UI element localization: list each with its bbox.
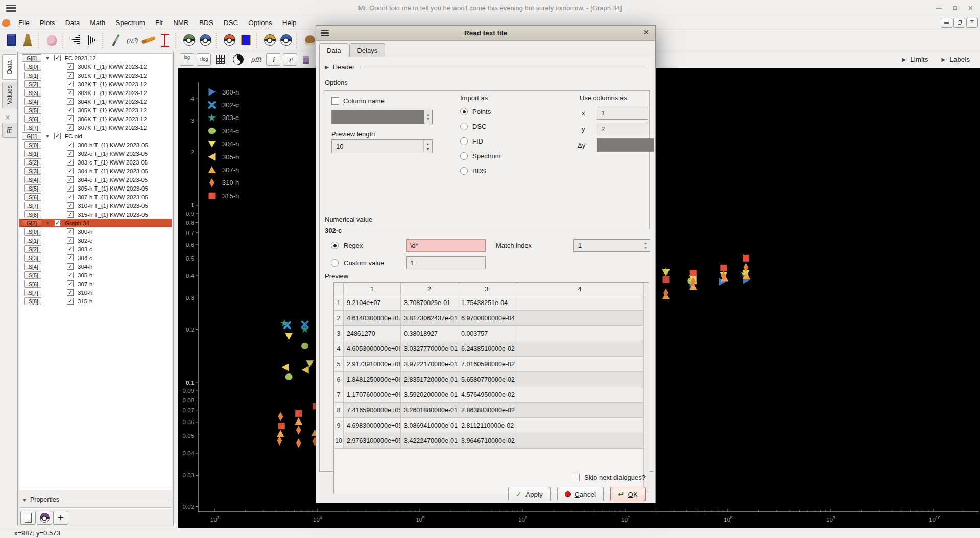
visibility-checkbox[interactable]: ✓ bbox=[67, 211, 74, 218]
tree-index-button[interactable]: .S[1] bbox=[24, 237, 41, 244]
menu-options[interactable]: Options bbox=[243, 18, 277, 28]
tree-row[interactable]: .S[4]✓304-h bbox=[19, 262, 172, 271]
flute-icon[interactable] bbox=[140, 32, 157, 49]
tree-index-button[interactable]: .S[6] bbox=[24, 193, 41, 201]
prev-triangle-icon[interactable] bbox=[67, 32, 84, 49]
tree-row[interactable]: .S[2]✓303-c T_{1} KWW 2023-05 bbox=[19, 158, 172, 167]
menu-spectrum[interactable]: Spectrum bbox=[110, 18, 150, 28]
yin-yang-icon[interactable] bbox=[231, 53, 245, 66]
tree-row[interactable]: .S[2]✓302K T_{1} KWW 2023-12 bbox=[19, 80, 172, 88]
tree-row[interactable]: .S[1]✓301K T_{1} KWW 2023-12 bbox=[19, 71, 172, 80]
ok-button[interactable]: ↵ OK bbox=[610, 487, 646, 501]
visibility-checkbox[interactable]: ✓ bbox=[67, 202, 74, 209]
tree-index-button[interactable]: .S[0] bbox=[24, 228, 41, 236]
dive-ball-icon[interactable] bbox=[197, 32, 213, 49]
visibility-checkbox[interactable]: ✓ bbox=[67, 246, 74, 252]
y-column-input[interactable]: 2 bbox=[597, 123, 648, 135]
menu-bds[interactable]: BDS bbox=[194, 18, 219, 28]
tree-row[interactable]: .S[1]✓302-c T_{1} KWW 2023-05 bbox=[19, 149, 172, 158]
tree-index-button[interactable]: .S[0] bbox=[24, 141, 41, 149]
tree-row[interactable]: .S[4]✓304K T_{1} KWW 2023-12 bbox=[19, 97, 172, 106]
column-name-combo[interactable]: ▲▼ bbox=[331, 110, 433, 124]
menu-math[interactable]: Math bbox=[85, 18, 110, 28]
labels-expander[interactable]: ▶ Labels bbox=[942, 56, 970, 63]
tree-row[interactable]: .S[0]✓300-h bbox=[19, 227, 172, 236]
import-as-fid-radio[interactable]: FID bbox=[460, 137, 501, 146]
tree-row[interactable]: .S[6]✓307-h T_{1} KWW 2023-05 bbox=[19, 193, 172, 201]
close-icon[interactable]: × bbox=[968, 4, 973, 12]
visibility-checkbox[interactable]: ✓ bbox=[67, 237, 74, 244]
header-expander[interactable]: ▶ Header bbox=[325, 63, 647, 71]
table-scrollbar[interactable] bbox=[643, 283, 649, 493]
tab-delays[interactable]: Delays bbox=[349, 43, 385, 57]
tree-index-button[interactable]: G[1] bbox=[22, 132, 41, 140]
visibility-checkbox[interactable]: ✓ bbox=[67, 254, 74, 261]
import-as-dsc-radio[interactable]: DSC bbox=[460, 122, 501, 131]
tree-index-button[interactable]: .S[2] bbox=[24, 158, 41, 166]
tree-row[interactable]: .S[2]✓303-c bbox=[19, 245, 172, 253]
tree-index-button[interactable]: .S[5] bbox=[24, 106, 41, 114]
spinner-arrows-icon[interactable]: ▲▼ bbox=[424, 110, 432, 124]
menu-dsc[interactable]: DSC bbox=[219, 18, 244, 28]
column-name-checkbox[interactable]: Column name bbox=[331, 97, 385, 105]
import-as-points-radio[interactable]: Points bbox=[460, 107, 501, 116]
visibility-checkbox[interactable]: ✓ bbox=[67, 142, 74, 148]
dialog-close-icon[interactable]: ✕ bbox=[643, 29, 649, 36]
tree-row[interactable]: .S[4]✓304-c T_{1} KWW 2023-05 bbox=[19, 175, 172, 184]
regex-input[interactable]: \d* bbox=[406, 239, 486, 252]
minimize-icon[interactable] bbox=[936, 8, 942, 9]
errorbar-icon[interactable] bbox=[157, 32, 173, 49]
expand-arrow-icon[interactable]: ▼ bbox=[45, 55, 52, 61]
tree-index-button[interactable]: .S[2] bbox=[24, 245, 41, 253]
tree-index-button[interactable]: .S[1] bbox=[24, 150, 41, 157]
table-column-header[interactable]: 4 bbox=[515, 283, 644, 295]
visibility-checkbox[interactable]: ✓ bbox=[54, 133, 61, 139]
menu-data[interactable]: Data bbox=[60, 18, 85, 28]
visibility-checkbox[interactable]: ✓ bbox=[54, 55, 61, 61]
dalek-icon[interactable] bbox=[19, 32, 36, 49]
blue-square-icon[interactable] bbox=[237, 32, 254, 49]
preview-length-input[interactable]: 10 ▲▼ bbox=[331, 139, 433, 153]
visibility-checkbox[interactable]: ✓ bbox=[67, 194, 74, 200]
info-button[interactable]: i bbox=[266, 53, 280, 66]
next-triangle-icon[interactable] bbox=[84, 32, 100, 49]
tree-row[interactable]: .S[6]✓307-h bbox=[19, 279, 172, 288]
expand-arrow-icon[interactable]: ▼ bbox=[45, 220, 52, 226]
maximize-icon[interactable] bbox=[953, 6, 957, 10]
tree-index-button[interactable]: .S[7] bbox=[24, 124, 41, 131]
tree-row[interactable]: G[2]▼✓Graph 34 bbox=[19, 219, 172, 227]
tree-row[interactable]: .S[6]✓306K T_{1} KWW 2023-12 bbox=[19, 114, 172, 123]
properties-expander[interactable]: ▼ Properties bbox=[22, 495, 169, 505]
ultra-ball-icon[interactable] bbox=[261, 32, 278, 49]
tree-index-button[interactable]: .S[0] bbox=[24, 63, 41, 71]
import-as-spectrum-radio[interactable]: Spectrum bbox=[460, 152, 501, 160]
mdi-minimize-icon[interactable] bbox=[941, 18, 952, 28]
tree-index-button[interactable]: .S[2] bbox=[24, 80, 41, 88]
regex-radio[interactable] bbox=[331, 242, 339, 249]
visibility-checkbox[interactable]: ✓ bbox=[67, 228, 74, 235]
visibility-checkbox[interactable]: ✓ bbox=[67, 176, 74, 183]
visibility-checkbox[interactable]: ✓ bbox=[67, 107, 74, 113]
menu-help[interactable]: Help bbox=[277, 18, 302, 28]
tree-row[interactable]: .S[7]✓307K T_{1} KWW 2023-12 bbox=[19, 123, 172, 132]
sonic-screwdriver-icon[interactable] bbox=[108, 32, 124, 49]
menu-file[interactable]: File bbox=[13, 18, 35, 28]
tree-row[interactable]: .S[0]✓300-h T_{1} KWW 2023-05 bbox=[19, 141, 172, 149]
tree-index-button[interactable]: G[0] bbox=[22, 54, 41, 62]
tree-index-button[interactable]: .S[6] bbox=[24, 115, 41, 123]
spinner-arrows-icon[interactable]: ▲▼ bbox=[641, 240, 650, 251]
apply-button[interactable]: ✓ Apply bbox=[508, 487, 551, 501]
cancel-button[interactable]: Cancel bbox=[557, 487, 604, 501]
visibility-checkbox[interactable]: ✓ bbox=[67, 81, 74, 87]
tree-index-button[interactable]: .S[5] bbox=[24, 271, 41, 279]
custom-value-radio[interactable] bbox=[331, 259, 339, 267]
tab-values[interactable]: Values bbox=[2, 82, 17, 108]
question-scribble-icon[interactable]: (?¿?) bbox=[124, 32, 140, 49]
menu-nmr[interactable]: NMR bbox=[168, 18, 194, 28]
sprite-icon[interactable] bbox=[303, 56, 309, 64]
table-column-header[interactable]: 3 bbox=[458, 283, 515, 295]
visibility-checkbox[interactable]: ✓ bbox=[67, 159, 74, 166]
menu-plots[interactable]: Plots bbox=[35, 18, 60, 28]
tardis-icon[interactable] bbox=[3, 32, 19, 49]
tree-row[interactable]: .S[5]✓305K T_{1} KWW 2023-12 bbox=[19, 106, 172, 114]
